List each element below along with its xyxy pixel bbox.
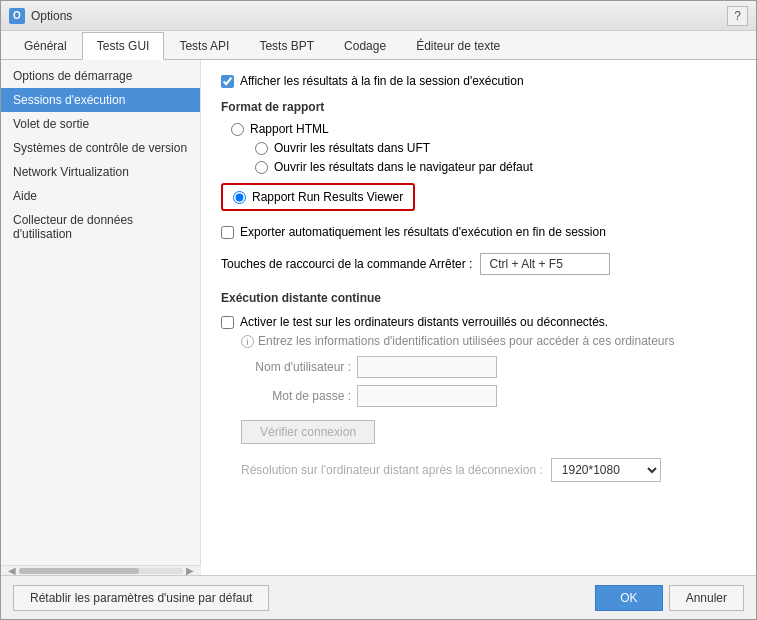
sidebar-item-collecteur-donnees[interactable]: Collecteur de données d'utilisation <box>1 208 200 246</box>
titlebar-left: O Options <box>9 8 72 24</box>
ok-cancel-group: OK Annuler <box>595 585 744 611</box>
info-text-content: Entrez les informations d'identification… <box>258 334 675 348</box>
shortcut-row: Touches de raccourci de la commande Arrê… <box>221 253 736 275</box>
execution-distante-title: Exécution distante continue <box>221 291 736 305</box>
ouvrir-navigateur-radio[interactable] <box>255 161 268 174</box>
main-panel: Afficher les résultats à la fin de la se… <box>201 60 756 575</box>
titlebar: O Options ? <box>1 1 756 31</box>
bottom-bar: Rétablir les paramètres d'usine par défa… <box>1 575 756 619</box>
activer-label: Activer le test sur les ordinateurs dist… <box>240 315 608 329</box>
afficher-label: Afficher les résultats à la fin de la se… <box>240 74 524 88</box>
titlebar-buttons: ? <box>727 6 748 26</box>
export-checkbox[interactable] <box>221 226 234 239</box>
export-label: Exporter automatiquement les résultats d… <box>240 225 606 239</box>
scroll-left-arrow[interactable]: ◀ <box>5 565 19 576</box>
mot-de-passe-row: Mot de passe : <box>241 385 736 407</box>
sidebar-item-options-demarrage[interactable]: Options de démarrage <box>1 64 200 88</box>
format-rapport-title: Format de rapport <box>221 100 736 114</box>
rapport-html-row: Rapport HTML <box>231 122 736 136</box>
mot-de-passe-label: Mot de passe : <box>241 389 351 403</box>
verify-button[interactable]: Vérifier connexion <box>241 420 375 444</box>
nom-utilisateur-label: Nom d'utilisateur : <box>241 360 351 374</box>
ouvrir-navigateur-label: Ouvrir les résultats dans le navigateur … <box>274 160 533 174</box>
info-icon: i <box>241 335 254 348</box>
resolution-row: Résolution sur l'ordinateur distant aprè… <box>241 458 736 482</box>
tab-editeur[interactable]: Éditeur de texte <box>401 32 515 60</box>
nom-utilisateur-row: Nom d'utilisateur : <box>241 356 736 378</box>
sidebar-item-systemes-controle[interactable]: Systèmes de contrôle de version <box>1 136 200 160</box>
activer-checkbox[interactable] <box>221 316 234 329</box>
ouvrir-navigateur-row: Ouvrir les résultats dans le navigateur … <box>255 160 736 174</box>
ouvrir-uft-row: Ouvrir les résultats dans UFT <box>255 141 736 155</box>
tab-general[interactable]: Général <box>9 32 82 60</box>
window-title: Options <box>31 9 72 23</box>
reset-button[interactable]: Rétablir les paramètres d'usine par défa… <box>13 585 269 611</box>
scrollbar-track <box>19 568 183 574</box>
tab-tests-bpt[interactable]: Tests BPT <box>244 32 329 60</box>
app-icon: O <box>9 8 25 24</box>
rapport-run-highlighted: Rapport Run Results Viewer <box>221 183 415 211</box>
shortcut-input[interactable] <box>480 253 610 275</box>
rapport-html-radio[interactable] <box>231 123 244 136</box>
rapport-html-label: Rapport HTML <box>250 122 329 136</box>
tab-codage[interactable]: Codage <box>329 32 401 60</box>
rapport-run-radio[interactable] <box>233 191 246 204</box>
ok-button[interactable]: OK <box>595 585 662 611</box>
tab-tests-gui[interactable]: Tests GUI <box>82 32 165 60</box>
info-text-row: i Entrez les informations d'identificati… <box>241 334 736 348</box>
tab-tests-api[interactable]: Tests API <box>164 32 244 60</box>
options-window: O Options ? Général Tests GUI Tests API … <box>0 0 757 620</box>
resolution-select[interactable]: 1920*1080 1280*1024 1024*768 <box>551 458 661 482</box>
sidebar-item-network-virtualization[interactable]: Network Virtualization <box>1 160 200 184</box>
rapport-run-label: Rapport Run Results Viewer <box>252 190 403 204</box>
rapport-sub-group: Ouvrir les résultats dans UFT Ouvrir les… <box>255 141 736 174</box>
sidebar: Options de démarrage Sessions d'exécutio… <box>1 60 201 575</box>
tab-bar: Général Tests GUI Tests API Tests BPT Co… <box>1 31 756 60</box>
afficher-checkbox-row: Afficher les résultats à la fin de la se… <box>221 74 736 88</box>
sidebar-item-sessions-execution[interactable]: Sessions d'exécution <box>1 88 200 112</box>
cancel-button[interactable]: Annuler <box>669 585 744 611</box>
activer-checkbox-row: Activer le test sur les ordinateurs dist… <box>221 315 736 329</box>
scroll-right-arrow[interactable]: ▶ <box>183 565 197 576</box>
shortcut-label: Touches de raccourci de la commande Arrê… <box>221 257 472 271</box>
scrollbar-thumb[interactable] <box>19 568 139 574</box>
afficher-checkbox[interactable] <box>221 75 234 88</box>
sidebar-item-aide[interactable]: Aide <box>1 184 200 208</box>
scrollbar-area: ◀ ▶ <box>1 565 201 575</box>
mot-de-passe-input[interactable] <box>357 385 497 407</box>
ouvrir-uft-label: Ouvrir les résultats dans UFT <box>274 141 430 155</box>
sidebar-item-volet-sortie[interactable]: Volet de sortie <box>1 112 200 136</box>
ouvrir-uft-radio[interactable] <box>255 142 268 155</box>
nom-utilisateur-input[interactable] <box>357 356 497 378</box>
export-checkbox-row: Exporter automatiquement les résultats d… <box>221 225 736 239</box>
resolution-label: Résolution sur l'ordinateur distant aprè… <box>241 463 543 477</box>
content-area: Options de démarrage Sessions d'exécutio… <box>1 60 756 575</box>
help-button[interactable]: ? <box>727 6 748 26</box>
format-rapport-group: Rapport HTML Ouvrir les résultats dans U… <box>231 122 736 174</box>
